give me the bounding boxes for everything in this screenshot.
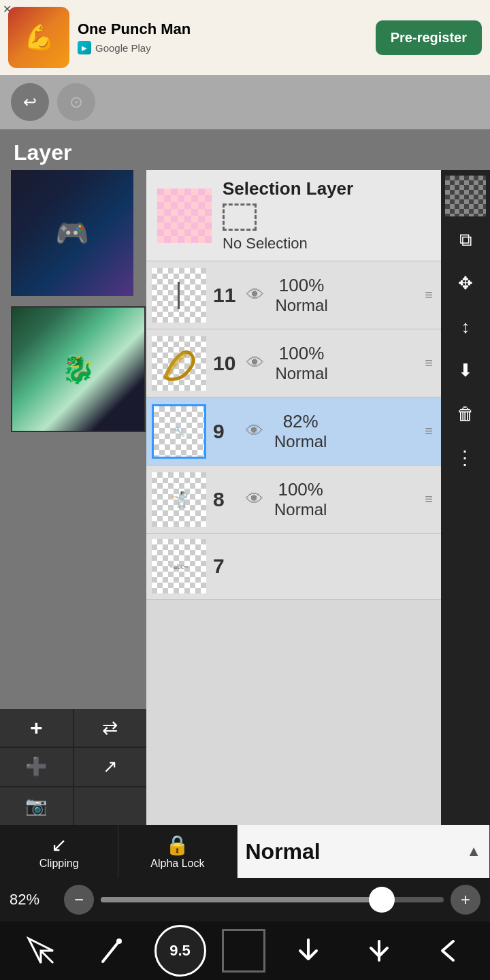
- canvas-preview: 🎮 🐉 + ⇄ ➕ ↗ 📷: [0, 170, 146, 825]
- layer-8-thumb: 🤺: [152, 472, 206, 527]
- toolbar-row: ↩ ⊙: [0, 75, 490, 129]
- layer-11-visibility[interactable]: 👁: [246, 284, 264, 306]
- add-frame-button[interactable]: ➕: [0, 748, 73, 785]
- layer-row-7[interactable]: ~abc~ 7: [146, 534, 441, 600]
- selection-tool-button[interactable]: [14, 924, 68, 978]
- canvas-bg: 🎮: [11, 170, 133, 296]
- layer-9-visibility[interactable]: 👁: [246, 421, 263, 442]
- layer-9-opacity: 82%: [277, 411, 325, 432]
- opacity-increase-button[interactable]: +: [451, 885, 480, 915]
- layer-11-opacity: 100%: [278, 275, 325, 296]
- layer-row-8[interactable]: ↳ 🤺 8 👁 100% Normal ≡: [146, 466, 441, 534]
- layer-row-10[interactable]: 10 👁 100% Normal ≡: [146, 329, 441, 397]
- merge-down-button[interactable]: ⬇: [445, 350, 486, 391]
- layer-row-9[interactable]: 🔧 9 👁 82% Normal ≡: [146, 397, 441, 466]
- layer-10-thumb: [152, 336, 206, 391]
- selection-dashed-rect: [223, 203, 257, 231]
- play-store-icon: ▶: [78, 41, 91, 54]
- layer-11-number: 11: [213, 284, 235, 307]
- layer-copy-button[interactable]: ⧉: [445, 219, 486, 260]
- layer-8-menu[interactable]: ≡: [425, 491, 433, 507]
- ad-game-icon: 💪: [8, 7, 69, 68]
- layer-7-content: ~abc~: [152, 539, 206, 593]
- layer-9-number: 9: [213, 420, 235, 443]
- layer-10-blend-wrap: 100% Normal: [275, 343, 327, 383]
- delete-button[interactable]: 🗑: [445, 393, 486, 434]
- brush-size-button[interactable]: 9.5: [154, 925, 206, 977]
- canvas-thumbnail-small: 🎮: [11, 170, 133, 296]
- blend-mode-text: Normal: [246, 839, 321, 864]
- layer-11-thumb: [152, 268, 206, 323]
- add-layer-button[interactable]: +: [0, 709, 73, 747]
- skip-forward-button[interactable]: [352, 924, 406, 978]
- layer-8-visibility[interactable]: 👁: [246, 489, 263, 510]
- opacity-slider-thumb[interactable]: [369, 887, 395, 913]
- layer-8-opacity: 100%: [277, 479, 325, 500]
- opacity-slider-fill: [101, 897, 382, 902]
- blend-mode-selector[interactable]: Normal ▲: [238, 825, 491, 878]
- blend-mode-arrow-icon[interactable]: ▲: [466, 843, 481, 860]
- selection-layer-header: Selection Layer No Selection: [146, 170, 441, 261]
- layer-panel: Layer 🎮 🐉 + ⇄ ➕ ↗ 📷 ⧉ ✥ ↕: [0, 129, 490, 825]
- flip-layer-button[interactable]: ⇄: [74, 709, 147, 747]
- ad-platform: ▶ Google Play: [78, 41, 368, 54]
- alpha-lock-button[interactable]: 🔒 Alpha Lock: [118, 825, 237, 878]
- layer-10-menu[interactable]: ≡: [425, 355, 433, 371]
- svg-line-1: [41, 951, 53, 963]
- ad-image: 💪: [8, 7, 69, 68]
- layer-9-menu[interactable]: ≡: [425, 423, 433, 439]
- layer-10-opacity: 100%: [278, 343, 325, 364]
- mini-toolbar: + ⇄ ➕ ↗ 📷: [0, 709, 146, 825]
- layer-panel-title: Layer: [0, 129, 490, 171]
- layer-11-content: [152, 268, 206, 323]
- layer-11-menu[interactable]: ≡: [425, 287, 433, 303]
- alpha-lock-label: Alpha Lock: [150, 858, 204, 870]
- download-button[interactable]: [281, 924, 336, 978]
- right-toolbar: ⧉ ✥ ↕ ⬇ 🗑 ⋮: [441, 170, 490, 825]
- selection-layer-thumb: [157, 189, 212, 243]
- opacity-bar: 82% − +: [0, 878, 490, 921]
- back-button[interactable]: ↩: [11, 83, 49, 121]
- layer-7-thumb: ~abc~: [152, 539, 206, 593]
- layer-8-blend: Normal: [274, 500, 327, 519]
- layer-10-number: 10: [213, 352, 235, 375]
- placeholder-btn: [74, 787, 147, 825]
- checkerboard-button[interactable]: [445, 176, 486, 216]
- color-swatch-button[interactable]: [222, 929, 265, 973]
- move-button[interactable]: ✥: [445, 263, 486, 304]
- export-button[interactable]: ↗: [74, 748, 147, 785]
- layer-9-content: 🔧: [154, 406, 204, 457]
- opacity-slider[interactable]: [101, 897, 444, 902]
- selection-layer-title: Selection Layer: [223, 178, 430, 199]
- layer-list: Selection Layer No Selection 11 👁 100% N…: [146, 170, 441, 825]
- layer-8-blend-wrap: 100% Normal: [274, 479, 327, 519]
- svg-point-3: [116, 938, 122, 944]
- toolbar-back-button[interactable]: [422, 924, 476, 978]
- pre-register-button[interactable]: Pre-register: [376, 20, 482, 55]
- flip-horizontal-button[interactable]: ↕: [445, 306, 486, 347]
- opacity-decrease-button[interactable]: −: [64, 885, 94, 915]
- layer-row-11[interactable]: 11 👁 100% Normal ≡: [146, 261, 441, 329]
- layer-10-content: [152, 336, 206, 391]
- drawing-toolbar: 9.5: [0, 921, 490, 980]
- svg-line-2: [103, 941, 119, 962]
- selection-layer-text: Selection Layer No Selection: [223, 178, 430, 252]
- camera-button[interactable]: 📷: [0, 787, 73, 825]
- layer-9-blend-wrap: 82% Normal: [274, 411, 327, 451]
- layer-11-blend: Normal: [275, 296, 327, 315]
- forward-button[interactable]: ⊙: [57, 83, 95, 121]
- layer-10-visibility[interactable]: 👁: [246, 353, 264, 374]
- pen-tool-button[interactable]: [84, 924, 138, 978]
- ad-game-title: One Punch Man: [78, 20, 368, 38]
- clipping-button[interactable]: ↙ Clipping: [0, 825, 118, 878]
- more-options-button[interactable]: ⋮: [445, 437, 486, 478]
- opacity-value-label: 82%: [10, 891, 57, 909]
- selection-layer-subtitle: No Selection: [223, 235, 430, 252]
- layer-9-thumb: 🔧: [152, 404, 206, 459]
- ad-banner: ✕ 💪 One Punch Man ▶ Google Play Pre-regi…: [0, 0, 490, 75]
- main-area: Layer 🎮 🐉 + ⇄ ➕ ↗ 📷 ⧉ ✥ ↕: [0, 129, 490, 980]
- canvas-artwork[interactable]: 🐉: [11, 306, 146, 432]
- clipping-icon: ↙: [51, 834, 67, 856]
- bottom-bar: ↙ Clipping 🔒 Alpha Lock Normal ▲: [0, 825, 490, 878]
- layer-7-number: 7: [213, 555, 235, 578]
